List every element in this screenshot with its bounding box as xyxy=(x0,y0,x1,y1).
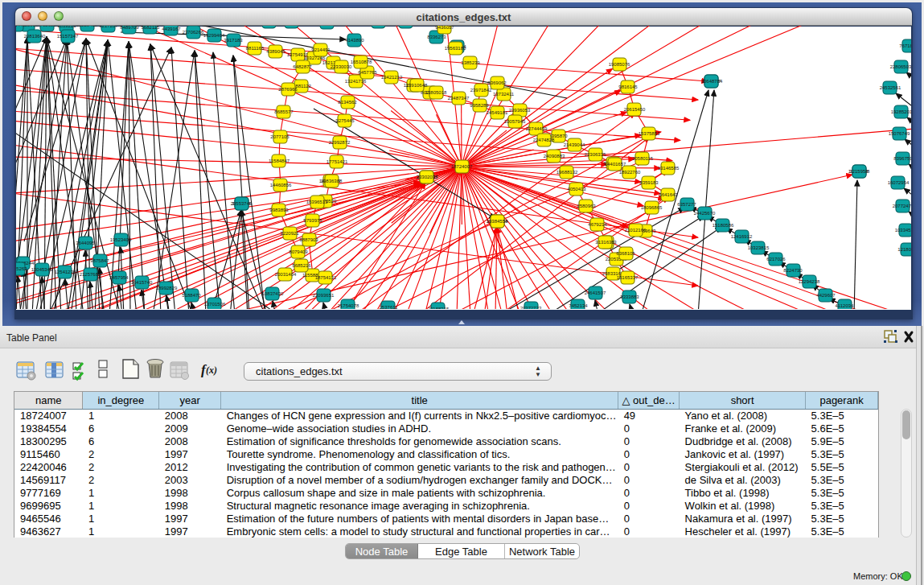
svg-text:4679214: 4679214 xyxy=(588,222,607,227)
svg-text:4389045: 4389045 xyxy=(266,49,285,54)
svg-text:11584847: 11584847 xyxy=(269,159,290,163)
svg-text:3917183: 3917183 xyxy=(224,38,243,43)
svg-text:4050413: 4050413 xyxy=(567,187,586,192)
svg-text:7671884: 7671884 xyxy=(899,43,911,48)
svg-text:22330030: 22330030 xyxy=(331,64,352,69)
svg-text:4245263: 4245263 xyxy=(16,266,27,271)
svg-text:10228452: 10228452 xyxy=(76,26,98,27)
svg-text:13241736: 13241736 xyxy=(345,79,367,84)
svg-text:4429607: 4429607 xyxy=(816,293,836,298)
svg-text:10334531: 10334531 xyxy=(895,228,911,233)
svg-text:14460856: 14460856 xyxy=(270,183,292,187)
svg-text:24090883: 24090883 xyxy=(544,154,565,159)
svg-text:23936053: 23936053 xyxy=(509,108,531,113)
svg-text:22992872: 22992872 xyxy=(329,140,351,145)
svg-text:19299464: 19299464 xyxy=(203,33,225,38)
svg-text:10057945: 10057945 xyxy=(504,119,526,124)
svg-text:13910648: 13910648 xyxy=(406,83,428,88)
svg-text:5682115: 5682115 xyxy=(142,26,161,30)
svg-text:15165337: 15165337 xyxy=(617,275,639,280)
svg-text:9217207: 9217207 xyxy=(99,26,118,28)
svg-text:20031404: 20031404 xyxy=(275,272,297,277)
svg-text:24425670: 24425670 xyxy=(694,211,716,216)
svg-text:20813640: 20813640 xyxy=(24,34,46,39)
svg-text:8359183: 8359183 xyxy=(639,180,659,185)
svg-text:8369062: 8369062 xyxy=(487,80,507,85)
svg-text:19836388: 19836388 xyxy=(321,179,343,183)
svg-text:19285201: 19285201 xyxy=(891,109,911,114)
svg-text:1385239: 1385239 xyxy=(461,60,480,65)
svg-text:4143890: 4143890 xyxy=(345,38,364,43)
svg-text:16396513: 16396513 xyxy=(306,200,328,204)
svg-text:2457954: 2457954 xyxy=(109,275,129,280)
svg-text:16072954: 16072954 xyxy=(888,180,910,185)
svg-text:9436057: 9436057 xyxy=(435,26,454,30)
svg-text:12294238: 12294238 xyxy=(799,279,820,284)
svg-text:12541238: 12541238 xyxy=(55,270,76,274)
svg-text:8336273: 8336273 xyxy=(427,35,446,39)
svg-text:21754078: 21754078 xyxy=(338,303,359,308)
svg-text:1839221: 1839221 xyxy=(57,26,76,28)
svg-text:19384554: 19384554 xyxy=(487,219,508,224)
svg-text:(x): (x) xyxy=(206,365,217,376)
svg-text:21257684: 21257684 xyxy=(80,272,101,277)
svg-text:17751421: 17751421 xyxy=(326,159,348,164)
svg-text:8224730: 8224730 xyxy=(783,268,803,273)
svg-text:19523409: 19523409 xyxy=(110,237,132,242)
svg-text:2876966: 2876966 xyxy=(278,87,298,92)
svg-text:3215958: 3215958 xyxy=(849,169,869,174)
svg-text:24549181: 24549181 xyxy=(487,110,508,115)
svg-text:23302035: 23302035 xyxy=(417,175,438,179)
svg-text:18992829: 18992829 xyxy=(156,286,178,290)
svg-text:15375853: 15375853 xyxy=(639,131,660,136)
svg-text:3220921: 3220921 xyxy=(280,231,299,236)
svg-text:19688132: 19688132 xyxy=(556,170,578,175)
svg-text:15157347: 15157347 xyxy=(57,34,79,39)
svg-text:6457765: 6457765 xyxy=(358,70,377,75)
svg-text:22744459: 22744459 xyxy=(526,126,548,131)
svg-text:16415740: 16415740 xyxy=(131,280,153,285)
svg-text:20615450: 20615450 xyxy=(624,107,646,112)
svg-text:6482877: 6482877 xyxy=(293,64,312,69)
svg-text:4439167: 4439167 xyxy=(162,27,181,31)
svg-text:4112034: 4112034 xyxy=(836,303,855,308)
svg-text:2066449: 2066449 xyxy=(16,26,26,27)
svg-text:8685577: 8685577 xyxy=(274,109,294,114)
svg-text:16510878: 16510878 xyxy=(351,60,372,64)
svg-text:8079409: 8079409 xyxy=(289,249,308,254)
svg-text:8811165: 8811165 xyxy=(246,46,265,51)
svg-text:13421212: 13421212 xyxy=(381,75,403,80)
svg-text:20553746: 20553746 xyxy=(231,201,253,206)
svg-text:20580115: 20580115 xyxy=(632,156,654,161)
svg-text:9875847: 9875847 xyxy=(90,258,109,263)
svg-text:8489709: 8489709 xyxy=(120,26,139,30)
svg-text:10648784: 10648784 xyxy=(701,79,723,84)
svg-text:13701506: 13701506 xyxy=(204,302,226,307)
svg-text:5188470: 5188470 xyxy=(182,293,201,298)
svg-text:15180586: 15180586 xyxy=(713,223,734,228)
svg-text:4735650: 4735650 xyxy=(37,26,56,27)
svg-text:1218062: 1218062 xyxy=(897,247,911,252)
svg-text:3131636: 3131636 xyxy=(595,240,614,245)
svg-text:9214491: 9214491 xyxy=(311,47,331,52)
svg-text:23487347: 23487347 xyxy=(448,96,470,101)
svg-text:5641643: 5641643 xyxy=(659,192,678,197)
svg-text:6217026: 6217026 xyxy=(766,257,786,262)
svg-text:13045349: 13045349 xyxy=(31,267,53,272)
svg-text:24532561: 24532561 xyxy=(880,85,901,90)
svg-text:2537611: 2537611 xyxy=(380,305,399,309)
svg-text:7452134: 7452134 xyxy=(569,303,588,308)
svg-text:9958289: 9958289 xyxy=(470,103,489,108)
svg-text:10837430: 10837430 xyxy=(262,291,284,296)
svg-text:9983893: 9983893 xyxy=(269,208,289,212)
svg-text:24641507: 24641507 xyxy=(585,290,606,295)
svg-text:12416912: 12416912 xyxy=(731,234,753,239)
svg-text:14401657: 14401657 xyxy=(605,162,626,167)
svg-text:15076749: 15076749 xyxy=(889,131,910,136)
svg-text:8396759: 8396759 xyxy=(893,156,911,161)
svg-text:5793975: 5793975 xyxy=(303,218,322,223)
svg-text:18754131: 18754131 xyxy=(315,275,337,280)
svg-text:13732411: 13732411 xyxy=(493,92,515,97)
svg-text:19563180: 19563180 xyxy=(445,46,466,51)
svg-text:22474828: 22474828 xyxy=(533,138,555,142)
